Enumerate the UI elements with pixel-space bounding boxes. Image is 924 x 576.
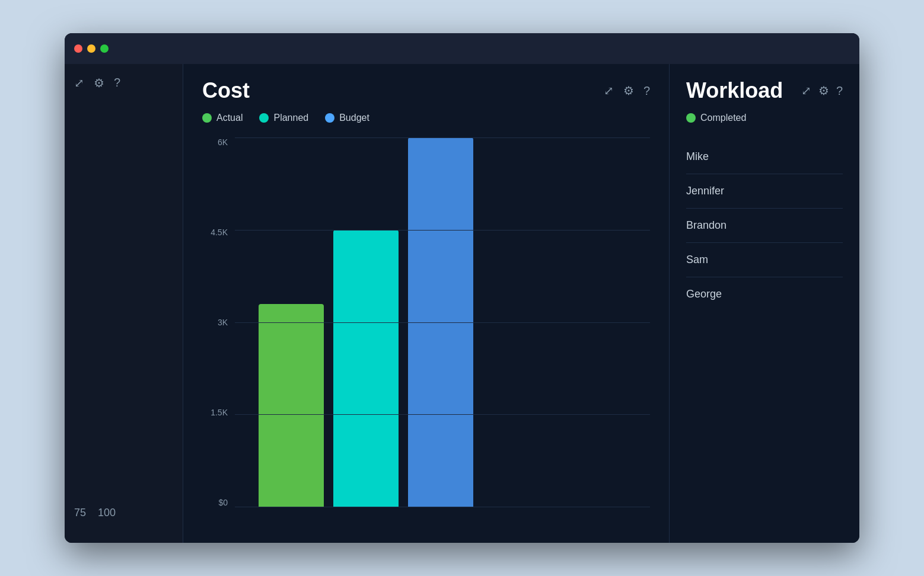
y-axis: 6K 4.5K 3K 1.5K $0 — [202, 137, 235, 529]
maximize-button[interactable] — [100, 44, 109, 53]
grid-lines — [235, 137, 650, 507]
traffic-lights — [74, 44, 109, 53]
member-mike: Mike — [686, 140, 843, 174]
grid-line-4 — [235, 414, 650, 415]
titlebar — [65, 33, 859, 64]
completed-label: Completed — [700, 113, 746, 123]
grid-line-2 — [235, 230, 650, 231]
budget-dot — [325, 113, 334, 123]
budget-label: Budget — [339, 113, 369, 123]
content-area: ⤢ ⚙ ? 75 100 Cost ⤢ ⚙ ? — [65, 64, 859, 543]
cost-panel: Cost ⤢ ⚙ ? Actual Planned Bud — [183, 64, 670, 543]
close-button[interactable] — [74, 44, 82, 53]
member-list: Mike Jennifer Brandon Sam George — [686, 140, 843, 311]
actual-dot — [202, 113, 212, 123]
workload-legend: Completed — [686, 113, 843, 123]
app-window: ⤢ ⚙ ? 75 100 Cost ⤢ ⚙ ? — [65, 33, 859, 543]
workload-title: Workload — [686, 78, 783, 103]
y-label-6k: 6K — [218, 137, 228, 147]
sidebar-left: ⤢ ⚙ ? 75 100 — [65, 64, 183, 543]
member-jennifer: Jennifer — [686, 174, 843, 209]
y-label-3k: 3K — [218, 318, 228, 327]
help-icon[interactable]: ? — [114, 76, 120, 90]
cost-expand-icon[interactable]: ⤢ — [604, 84, 614, 98]
sidebar-numbers: 75 100 — [74, 507, 173, 531]
cost-settings-icon[interactable]: ⚙ — [623, 84, 634, 98]
cost-legend: Actual Planned Budget — [202, 113, 650, 123]
workload-settings-icon[interactable]: ⚙ — [818, 84, 829, 98]
workload-expand-icon[interactable]: ⤢ — [801, 84, 811, 98]
member-george: George — [686, 277, 843, 311]
member-brandon: Brandon — [686, 209, 843, 243]
workload-help-icon[interactable]: ? — [836, 84, 843, 98]
member-sam: Sam — [686, 243, 843, 277]
planned-dot — [259, 113, 269, 123]
number-75: 75 — [74, 507, 86, 519]
grid-line-1 — [235, 137, 650, 138]
minimize-button[interactable] — [87, 44, 95, 53]
workload-header: Workload ⤢ ⚙ ? — [686, 78, 843, 103]
number-100: 100 — [98, 507, 116, 519]
workload-panel: Workload ⤢ ⚙ ? Completed Mike Jennifer B… — [670, 64, 859, 543]
grid-line-3 — [235, 322, 650, 323]
cost-help-icon[interactable]: ? — [643, 84, 650, 98]
expand-icon[interactable]: ⤢ — [74, 76, 84, 90]
legend-actual: Actual — [202, 113, 243, 123]
settings-icon[interactable]: ⚙ — [94, 76, 104, 90]
chart-container: 6K 4.5K 3K 1.5K $0 — [202, 137, 650, 529]
cost-panel-header: Cost ⤢ ⚙ ? — [202, 78, 650, 103]
planned-label: Planned — [273, 113, 308, 123]
chart-inner — [235, 137, 650, 529]
y-label-15k: 1.5K — [211, 408, 228, 417]
grid-line-5 — [235, 507, 650, 507]
cost-title: Cost — [202, 78, 250, 103]
cost-controls: ⤢ ⚙ ? — [604, 84, 650, 98]
completed-dot — [686, 113, 696, 123]
y-label-45k: 4.5K — [211, 228, 228, 237]
legend-planned: Planned — [259, 113, 308, 123]
y-label-0: $0 — [218, 498, 228, 507]
sidebar-icon-group: ⤢ ⚙ ? — [74, 76, 173, 90]
legend-budget: Budget — [325, 113, 369, 123]
actual-label: Actual — [216, 113, 243, 123]
workload-controls: ⤢ ⚙ ? — [801, 84, 843, 98]
